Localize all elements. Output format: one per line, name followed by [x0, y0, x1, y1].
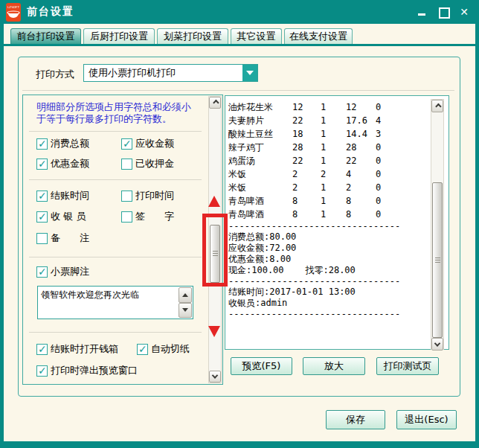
checkbox-auto-cut[interactable]: 自动切纸: [137, 342, 190, 356]
checkbox-label: 小票脚注: [51, 265, 89, 278]
checkbox-icon[interactable]: [121, 159, 132, 170]
checkbox-remark[interactable]: 备 注: [36, 231, 89, 245]
checkbox-icon[interactable]: [36, 159, 48, 170]
receipt-item-row: 辣子鸡丁281280: [228, 141, 429, 154]
tab-dish-print-settings[interactable]: 划菜打印设置: [157, 28, 228, 44]
item-price: 12: [292, 100, 321, 114]
tab-kitchen-print-settings[interactable]: 后厨打印设置: [83, 28, 155, 44]
checkbox-print-time[interactable]: 打印时间: [121, 189, 174, 202]
item-qty: 1: [321, 127, 346, 141]
checkbox-icon[interactable]: [36, 211, 48, 223]
checkbox-label: 应收金额: [135, 137, 174, 150]
arrow-down-icon: [182, 308, 188, 312]
item-amount: 8: [346, 208, 376, 221]
item-qty: 1: [321, 208, 346, 221]
receipt-separator: --------------------------------: [228, 221, 428, 231]
checkbox-icon[interactable]: [36, 233, 48, 244]
app-logo-icon: LZSOFT: [6, 3, 21, 22]
tab-front-print-settings[interactable]: 前台打印设置: [10, 28, 81, 44]
item-name: 辣子鸡丁: [228, 141, 292, 154]
receipt-item-row: 酸辣土豆丝18114.43: [228, 127, 429, 141]
footer-text-value: 领智软件欢迎您再次光临: [41, 289, 139, 301]
item-price: 2: [292, 167, 321, 181]
checkbox-cashier[interactable]: 收 银 员: [36, 210, 86, 223]
receipt-item-row: 夫妻肺片22117.64: [228, 114, 429, 127]
checkbox-deposit[interactable]: 已收押金: [121, 157, 174, 170]
checkbox-discount[interactable]: 优惠金额: [36, 157, 89, 170]
item-price: 2: [292, 181, 321, 194]
checkbox-icon[interactable]: [121, 211, 132, 223]
chevron-up-icon: [435, 103, 441, 109]
item-disc: 0: [376, 181, 381, 194]
receipt-item-row: 青岛啤酒8180: [228, 194, 429, 208]
item-disc: 3: [376, 127, 381, 141]
item-disc: 0: [376, 208, 381, 221]
close-icon[interactable]: ✕: [458, 6, 470, 18]
item-amount: 8: [346, 194, 376, 208]
item-disc: 0: [376, 154, 381, 167]
combo-dropdown-button[interactable]: [242, 65, 257, 81]
item-disc: 0: [376, 100, 381, 114]
exit-button[interactable]: 退出(Esc): [396, 410, 457, 429]
tab-online-pay-settings[interactable]: 在线支付设置: [284, 28, 353, 44]
footer-textarea[interactable]: 领智软件欢迎您再次光临: [37, 286, 193, 319]
scroll-down-button[interactable]: [209, 371, 221, 383]
item-qty: 1: [321, 100, 346, 114]
tab-other-settings[interactable]: 其它设置: [231, 28, 282, 44]
item-price: 18: [292, 127, 321, 141]
divider: [22, 90, 454, 91]
receipt-checkout-time: 结账时间:2017-01-01 13:00: [228, 287, 429, 298]
checkbox-icon[interactable]: [121, 191, 132, 202]
save-button[interactable]: 保存: [326, 410, 385, 429]
checkbox-receipt-footer[interactable]: 小票脚注: [36, 265, 89, 278]
checkbox-icon[interactable]: [36, 344, 48, 355]
checkbox-label: 优惠金额: [51, 157, 89, 170]
checkbox-signature[interactable]: 签 字: [121, 210, 174, 223]
checkbox-icon[interactable]: [36, 191, 48, 202]
receipt-item-row: 油炸花生米121120: [228, 100, 429, 114]
receipt-item-row: 米饭2240: [228, 167, 429, 181]
item-price: 8: [292, 194, 321, 208]
scroll-down-button[interactable]: [431, 338, 443, 351]
checkbox-label: 签 字: [135, 210, 174, 223]
zoom-button[interactable]: 放大: [303, 357, 365, 375]
checkbox-consume-total[interactable]: 消费总额: [36, 137, 89, 150]
checkbox-icon[interactable]: [137, 344, 148, 355]
item-qty: 1: [321, 114, 346, 127]
receipt-cashier: 收银员:admin: [228, 298, 429, 309]
spinner-down-button[interactable]: [179, 303, 192, 319]
scroll-up-button[interactable]: [431, 100, 443, 112]
item-amount: 17.6: [346, 114, 376, 127]
checkbox-open-drawer[interactable]: 结账时打开钱箱: [36, 342, 118, 356]
receipt-scrollbar[interactable]: [431, 99, 444, 350]
print-test-button[interactable]: 打印测试页: [376, 357, 439, 375]
spinner-up-button[interactable]: [179, 287, 192, 303]
checkbox-receivable[interactable]: 应收金额: [121, 137, 174, 150]
print-mode-value: 使用小票打印机打印: [84, 66, 242, 80]
preview-button[interactable]: 预览(F5): [231, 357, 292, 375]
checkbox-label: 结账时间: [51, 189, 89, 202]
receipt-total-discount: 优惠金额:8.00: [228, 254, 429, 265]
minimize-icon[interactable]: [417, 6, 428, 18]
item-name: 鸡蛋汤: [228, 154, 292, 167]
print-mode-select[interactable]: 使用小票打印机打印: [83, 64, 258, 82]
checkbox-icon[interactable]: [36, 365, 48, 377]
checkbox-icon[interactable]: [36, 138, 48, 150]
scroll-up-button[interactable]: [209, 97, 221, 109]
checkbox-label: 消费总额: [51, 137, 89, 150]
checkbox-label: 已收押金: [135, 157, 174, 170]
item-name: 青岛啤酒: [228, 208, 292, 221]
chevron-down-icon: [434, 340, 440, 346]
checkbox-icon[interactable]: [36, 266, 48, 278]
item-amount: 22: [346, 154, 376, 167]
receipt-separator: --------------------------------: [228, 276, 428, 287]
chevron-down-icon: [212, 372, 218, 378]
tab-strip: 前台打印设置 后厨打印设置 划菜打印设置 其它设置 在线支付设置: [10, 28, 353, 44]
item-price: 8: [292, 208, 321, 221]
item-name: 油炸花生米: [228, 100, 292, 114]
scrollbar-thumb[interactable]: [432, 182, 443, 338]
maximize-icon[interactable]: [437, 6, 449, 18]
checkbox-icon[interactable]: [121, 138, 132, 150]
checkbox-checkout-time[interactable]: 结账时间: [36, 189, 89, 202]
checkbox-popup-preview[interactable]: 打印时弹出预览窗口: [36, 364, 138, 377]
